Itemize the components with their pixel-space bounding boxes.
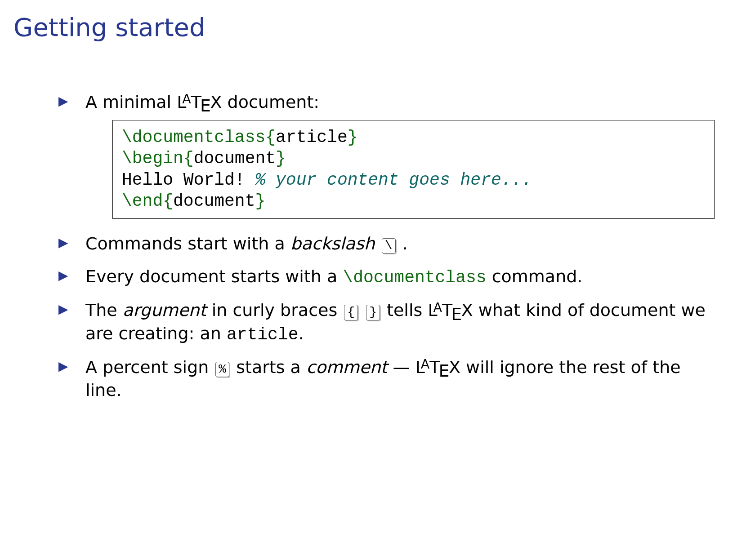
bullet-comment: A percent sign % starts a comment — LATE… (58, 356, 715, 402)
latex-E: E (200, 96, 211, 116)
key-backslash: \ (382, 238, 396, 253)
latex-logo: LATEX (177, 91, 222, 114)
text: . (397, 234, 408, 253)
latex-A: A (182, 92, 191, 107)
latex-X: X (461, 300, 473, 320)
bullet-list: A minimal LATEX document: \documentclass… (58, 91, 715, 402)
text: . (299, 324, 304, 343)
text: A percent sign (85, 357, 214, 377)
text: command. (487, 267, 583, 286)
bullet-argument: The argument in curly braces { } tells L… (58, 299, 715, 346)
slide-title: Getting started (13, 13, 728, 41)
code-line-2: \begin{document} (122, 148, 705, 169)
term-backslash: backslash (290, 234, 375, 253)
code-text: Hello World! (122, 170, 255, 190)
code-line-4: \end{document} (122, 191, 705, 212)
text: — (388, 357, 415, 377)
code-line-3: Hello World! % your content goes here... (122, 169, 705, 191)
term-comment: comment (306, 357, 388, 377)
inline-cmd-documentclass: \documentclass (343, 268, 486, 287)
slide: Getting started A minimal LATEX document… (0, 0, 746, 560)
inline-tt-article: article (227, 325, 299, 344)
code-cmd: \documentclass (122, 128, 265, 147)
code-cmd: \begin (122, 149, 183, 168)
bullet-minimal-doc: A minimal LATEX document: \documentclass… (58, 91, 715, 219)
code-arg: document (194, 149, 276, 168)
bullet-backslash: Commands start with a backslash \ . (58, 232, 715, 255)
latex-A: A (433, 300, 442, 315)
code-arg: document (173, 191, 255, 211)
key-percent: % (215, 362, 229, 377)
latex-X: X (210, 92, 222, 112)
text: Every document starts with a (85, 267, 343, 286)
latex-logo: LATEX (415, 356, 460, 379)
key-brace-open: { (344, 305, 358, 320)
latex-E: E (451, 304, 462, 324)
code-brace: } (348, 128, 358, 147)
text: Commands start with a (85, 234, 290, 253)
text: starts a (231, 357, 306, 377)
text: document: (222, 92, 320, 112)
latex-X: X (449, 357, 460, 377)
text: The (85, 300, 123, 320)
latex-E: E (438, 361, 449, 381)
latex-logo: LATEX (428, 299, 473, 322)
term-argument: argument (123, 300, 206, 320)
code-comment: % your content goes here... (255, 170, 532, 190)
code-brace: { (183, 149, 194, 168)
latex-A: A (421, 357, 430, 372)
code-cmd: \end (122, 191, 163, 211)
text: in curly braces (206, 300, 343, 320)
key-brace-close: } (366, 305, 380, 320)
code-brace: } (276, 149, 286, 168)
slide-body: A minimal LATEX document: \documentclass… (13, 91, 728, 402)
code-brace: { (265, 128, 276, 147)
bullet-documentclass: Every document starts with a \documentcl… (58, 265, 715, 289)
code-brace: { (163, 191, 173, 211)
code-brace: } (255, 191, 265, 211)
code-listing: \documentclass{article} \begin{document}… (112, 120, 715, 219)
code-arg: article (276, 128, 348, 147)
code-line-1: \documentclass{article} (122, 127, 705, 148)
text: A minimal (85, 92, 177, 112)
text: tells (381, 300, 428, 320)
